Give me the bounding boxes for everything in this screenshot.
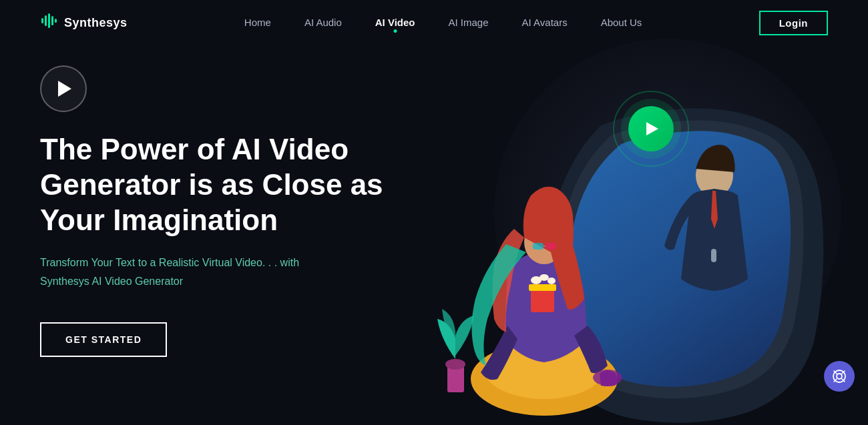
- get-started-button[interactable]: GET STARTED: [40, 322, 167, 357]
- svg-rect-0: [41, 18, 43, 23]
- help-button[interactable]: [824, 361, 855, 392]
- svg-rect-18: [447, 366, 464, 392]
- play-icon-large: [646, 122, 658, 135]
- svg-point-12: [539, 274, 549, 281]
- nav-item-about-us[interactable]: About Us: [601, 17, 642, 29]
- nav-links: Home AI Audio AI Video AI Image AI Avata…: [244, 17, 642, 29]
- svg-point-13: [548, 278, 556, 284]
- hero-subtitle: Transform Your Text to a Realistic Virtu…: [40, 254, 320, 290]
- login-button[interactable]: Login: [759, 11, 828, 35]
- logo-icon: [40, 11, 59, 34]
- nav-item-ai-image[interactable]: AI Image: [449, 17, 489, 29]
- nav-item-ai-avatars[interactable]: AI Avatars: [522, 17, 568, 29]
- play-button-large[interactable]: [621, 99, 681, 159]
- svg-rect-1: [45, 15, 47, 26]
- play-button-small[interactable]: [40, 65, 87, 112]
- logo-text: Synthesys: [64, 16, 128, 30]
- nav-link-ai-image[interactable]: AI Image: [449, 17, 489, 28]
- play-button-outer-ring: [621, 99, 681, 159]
- nav-link-about-us[interactable]: About Us: [601, 17, 642, 28]
- nav-link-ai-video[interactable]: AI Video: [375, 17, 415, 28]
- svg-point-22: [837, 374, 842, 379]
- play-icon-small: [58, 81, 71, 97]
- nav-item-home[interactable]: Home: [244, 17, 271, 29]
- svg-rect-15: [533, 243, 544, 250]
- svg-rect-4: [55, 19, 57, 23]
- hero-right: [427, 59, 828, 425]
- svg-rect-3: [51, 16, 53, 25]
- hero-left: The Power of AI Video Generator is as Cl…: [40, 59, 427, 357]
- svg-rect-6: [711, 249, 716, 262]
- navbar: Synthesys Home AI Audio AI Video AI Imag…: [0, 0, 868, 45]
- svg-rect-16: [546, 243, 556, 250]
- hero-title: The Power of AI Video Generator is as Cl…: [40, 132, 387, 238]
- logo[interactable]: Synthesys: [40, 11, 128, 34]
- hero-section: The Power of AI Video Generator is as Cl…: [0, 45, 868, 425]
- svg-rect-2: [48, 13, 50, 28]
- nav-link-home[interactable]: Home: [244, 17, 271, 28]
- nav-link-ai-avatars[interactable]: AI Avatars: [522, 17, 568, 28]
- nav-item-ai-video[interactable]: AI Video: [375, 17, 415, 29]
- play-button-inner: [628, 106, 674, 151]
- life-ring-icon: [832, 369, 847, 384]
- svg-point-19: [445, 359, 465, 370]
- nav-item-ai-audio[interactable]: AI Audio: [304, 17, 342, 29]
- nav-link-ai-audio[interactable]: AI Audio: [304, 17, 342, 28]
- svg-rect-10: [529, 284, 556, 291]
